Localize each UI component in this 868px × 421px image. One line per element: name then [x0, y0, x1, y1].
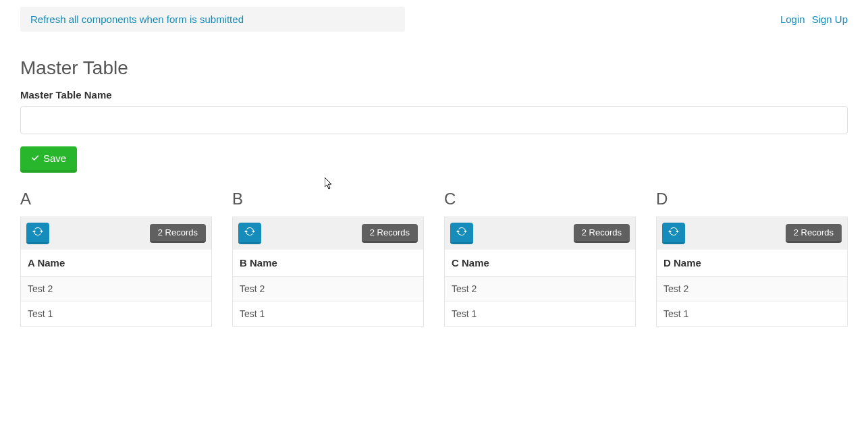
table-row[interactable]: Test 2 [445, 277, 635, 302]
refresh-button[interactable] [26, 223, 49, 244]
column-header[interactable]: C Name [445, 250, 635, 277]
column-header[interactable]: D Name [657, 250, 847, 277]
master-table-name-input[interactable] [20, 106, 848, 134]
table-row[interactable]: Test 2 [233, 277, 423, 302]
records-badge: 2 Records [362, 224, 418, 243]
alert-banner: Refresh all components when form is subm… [20, 7, 405, 32]
cell: Test 1 [445, 302, 635, 327]
cell: Test 2 [445, 277, 635, 302]
table-toolbar: 2 Records [233, 217, 423, 250]
table-toolbar: 2 Records [21, 217, 211, 250]
table-row[interactable]: Test 1 [657, 302, 847, 327]
refresh-button[interactable] [450, 223, 473, 244]
table-row[interactable]: Test 1 [233, 302, 423, 327]
data-table: B Name Test 2 Test 1 [233, 250, 423, 326]
alert-link[interactable]: Refresh all components when form is subm… [30, 13, 244, 25]
cell: Test 2 [657, 277, 847, 302]
page-title: Master Table [20, 57, 848, 79]
table-row[interactable]: Test 1 [445, 302, 635, 327]
cell: Test 1 [21, 302, 211, 327]
records-badge: 2 Records [786, 224, 842, 243]
refresh-icon [668, 226, 679, 239]
records-badge: 2 Records [150, 224, 206, 243]
section-title: A [20, 190, 212, 208]
cell: Test 2 [233, 277, 423, 302]
cell: Test 1 [233, 302, 423, 327]
refresh-icon [32, 226, 43, 239]
form-label: Master Table Name [20, 89, 848, 101]
table-row[interactable]: Test 1 [21, 302, 211, 327]
table-toolbar: 2 Records [657, 217, 847, 250]
column-header[interactable]: B Name [233, 250, 423, 277]
signup-link[interactable]: Sign Up [812, 13, 848, 25]
table-section-a: A 2 Records A Name Test 2 [20, 190, 212, 327]
table-row[interactable]: Test 2 [657, 277, 847, 302]
section-title: B [232, 190, 424, 208]
save-button[interactable]: Save [20, 146, 77, 173]
cell: Test 1 [657, 302, 847, 327]
column-header[interactable]: A Name [21, 250, 211, 277]
section-title: C [444, 190, 636, 208]
auth-links: Login Sign Up [780, 7, 848, 25]
table-section-b: B 2 Records B Name Test 2 [232, 190, 424, 327]
table-card: 2 Records D Name Test 2 Test 1 [656, 217, 848, 327]
table-section-d: D 2 Records D Name Test 2 [656, 190, 848, 327]
cell: Test 2 [21, 277, 211, 302]
section-title: D [656, 190, 848, 208]
refresh-icon [244, 226, 255, 239]
refresh-button[interactable] [238, 223, 261, 244]
login-link[interactable]: Login [780, 13, 805, 25]
table-card: 2 Records C Name Test 2 Test 1 [444, 217, 636, 327]
data-table: C Name Test 2 Test 1 [445, 250, 635, 326]
records-badge: 2 Records [574, 224, 630, 243]
check-icon [31, 154, 40, 163]
save-button-label: Save [43, 152, 66, 164]
table-section-c: C 2 Records C Name Test 2 [444, 190, 636, 327]
table-row[interactable]: Test 2 [21, 277, 211, 302]
data-table: A Name Test 2 Test 1 [21, 250, 211, 326]
table-card: 2 Records A Name Test 2 Test 1 [20, 217, 212, 327]
refresh-button[interactable] [662, 223, 685, 244]
table-toolbar: 2 Records [445, 217, 635, 250]
tables-row: A 2 Records A Name Test 2 [20, 190, 848, 327]
table-card: 2 Records B Name Test 2 Test 1 [232, 217, 424, 327]
data-table: D Name Test 2 Test 1 [657, 250, 847, 326]
refresh-icon [456, 226, 467, 239]
